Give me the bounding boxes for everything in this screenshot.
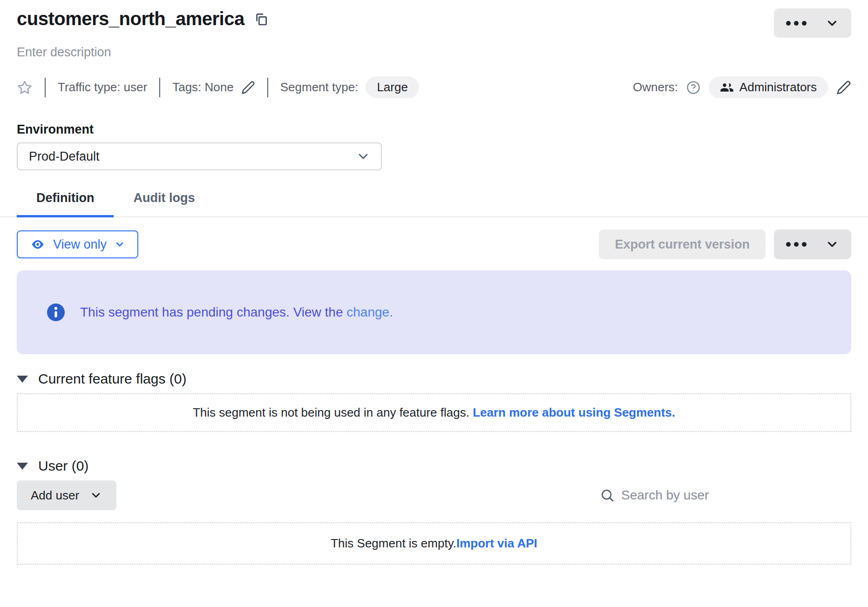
definition-more-actions-button[interactable] — [774, 229, 851, 259]
owners-label: Owners: — [633, 80, 678, 94]
help-circle-icon[interactable] — [686, 81, 700, 94]
segment-detail-page: customers_north_america Enter descriptio… — [0, 0, 868, 565]
user-section-toggle[interactable]: User (0) — [17, 458, 88, 474]
chevron-down-icon — [825, 16, 839, 30]
banner-message: This segment has pending changes. View t… — [80, 305, 393, 320]
meta-divider — [45, 78, 46, 97]
copy-name-button[interactable] — [254, 12, 269, 27]
environment-label: Environment — [17, 122, 851, 137]
traffic-type-label: Traffic type: user — [58, 80, 147, 94]
chevron-down-icon — [356, 149, 371, 164]
people-icon — [720, 81, 734, 94]
owners-group: Owners: Administrators — [633, 76, 851, 98]
view-only-button[interactable]: View only — [17, 230, 138, 258]
meta-divider — [267, 78, 268, 97]
chevron-down-icon — [825, 237, 839, 251]
eye-icon — [30, 237, 46, 251]
pencil-icon — [241, 81, 255, 94]
ellipsis-icon — [786, 21, 807, 26]
add-user-button[interactable]: Add user — [17, 480, 116, 510]
search-by-user-input[interactable] — [621, 488, 851, 503]
tags-label: Tags: None — [172, 80, 234, 94]
add-user-label: Add user — [31, 488, 79, 503]
page-title: customers_north_america — [17, 8, 244, 29]
tab-bar: Definition Audit logs — [0, 191, 868, 217]
pencil-icon — [836, 80, 851, 95]
meta-row: Traffic type: user Tags: None Segment ty… — [17, 76, 851, 98]
pending-changes-banner: This segment has pending changes. View t… — [17, 270, 851, 354]
environment-selected-value: Prod-Default — [29, 149, 100, 164]
segment-type-group: Segment type: Large — [280, 76, 419, 98]
segment-type-label: Segment type: — [280, 80, 359, 94]
owners-chip[interactable]: Administrators — [709, 76, 828, 98]
learn-more-segments-link[interactable]: Learn more about using Segments. — [473, 405, 675, 419]
ellipsis-icon — [786, 242, 807, 247]
page-header: customers_north_america — [17, 8, 851, 38]
user-toolbar: Add user — [17, 480, 851, 510]
owners-value: Administrators — [739, 80, 817, 94]
description-placeholder[interactable]: Enter description — [17, 45, 111, 60]
tags-group: Tags: None — [172, 80, 255, 94]
user-search — [600, 488, 851, 503]
title-group: customers_north_america — [17, 8, 269, 29]
feature-flags-section-toggle[interactable]: Current feature flags (0) — [17, 371, 186, 387]
feature-flags-section-title: Current feature flags (0) — [38, 371, 186, 387]
tab-audit-logs[interactable]: Audit logs — [114, 191, 214, 216]
user-empty-message: This Segment is empty. — [331, 536, 456, 550]
feature-flags-empty-message: This segment is not being used in any fe… — [193, 405, 473, 419]
import-via-api-link[interactable]: Import via API — [456, 536, 537, 550]
chevron-down-icon — [114, 239, 125, 250]
search-icon — [600, 488, 615, 503]
view-only-label: View only — [53, 237, 107, 252]
toolbar-right-group: Export current version — [599, 229, 851, 259]
user-empty-state: This Segment is empty.Import via API — [17, 522, 851, 565]
star-icon — [17, 80, 33, 95]
export-current-version-button[interactable]: Export current version — [599, 229, 766, 259]
user-section-title: User (0) — [38, 458, 88, 474]
banner-message-text: This segment has pending changes. View t… — [80, 305, 346, 319]
chevron-down-icon — [89, 489, 102, 502]
tab-definition[interactable]: Definition — [17, 191, 114, 216]
info-icon — [47, 303, 65, 322]
feature-flags-empty-state: This segment is not being used in any fe… — [17, 393, 851, 432]
caret-down-icon — [17, 463, 28, 470]
favorite-star-button[interactable] — [17, 80, 33, 95]
edit-tags-button[interactable] — [241, 81, 255, 94]
view-change-link[interactable]: change. — [346, 305, 393, 319]
edit-owners-button[interactable] — [836, 80, 851, 95]
copy-icon — [254, 12, 269, 27]
environment-select[interactable]: Prod-Default — [17, 142, 382, 170]
header-more-actions-button[interactable] — [774, 8, 851, 38]
meta-divider — [159, 78, 160, 97]
caret-down-icon — [17, 376, 28, 383]
definition-toolbar: View only Export current version — [17, 229, 851, 259]
segment-type-badge: Large — [366, 76, 419, 98]
